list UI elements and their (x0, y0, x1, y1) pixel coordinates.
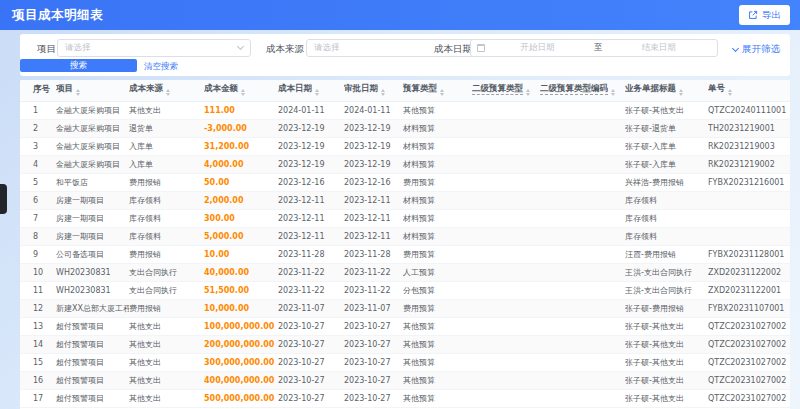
table-row[interactable]: 6房建一期项目库存领料2,000.002023-12-112023-12-11材… (20, 191, 790, 209)
table-cell: 2023-10-27 (344, 335, 403, 353)
table-cell (472, 173, 540, 191)
sort-icon[interactable] (679, 87, 683, 98)
column-header-2[interactable]: 成本来源 (129, 80, 204, 101)
table-cell: 5 (20, 173, 56, 191)
project-filter-label: 项目 (37, 43, 56, 56)
column-header-label: 成本日期 (278, 83, 312, 93)
clear-search-button[interactable]: 清空搜索 (144, 61, 178, 73)
table-cell: FYBX20231216001 (708, 173, 790, 191)
table-cell: 2023-11-22 (344, 281, 403, 299)
table-row[interactable]: 2金融大厦采购项目退货单-3,000.002023-12-192023-12-1… (20, 119, 790, 137)
table-cell: 张子硕-其他支出 (625, 389, 708, 407)
table-cell: 材料预算 (403, 227, 472, 245)
table-cell: ZXD20231122002 (708, 263, 790, 281)
sort-icon[interactable] (381, 87, 385, 98)
sort-icon[interactable] (315, 87, 319, 98)
search-button[interactable]: 搜索 (20, 59, 137, 72)
table-cell: 其他支出 (129, 101, 204, 119)
table-row[interactable]: 15超付预警项目其他支出300,000,000.002023-10-272023… (20, 353, 790, 371)
table-cell: 支出合同执行 (129, 263, 204, 281)
sort-icon[interactable] (241, 87, 245, 98)
table-row[interactable]: 12新建XX总部大厦工程二期费用报销10,000.002023-11-07202… (20, 299, 790, 317)
table-cell (472, 371, 540, 389)
table-cell: 2023-10-27 (278, 317, 344, 335)
table-cell: 张子硕-其他支出 (625, 371, 708, 389)
cost-amount-cell: -3,000.00 (204, 119, 278, 137)
drawer-handle[interactable] (0, 184, 7, 214)
table-cell: 库存领料 (625, 209, 708, 227)
table-row[interactable]: 10WH20230831支出合同执行40,000.002023-11-22202… (20, 263, 790, 281)
table-cell: 2023-12-11 (344, 227, 403, 245)
sort-icon[interactable] (166, 87, 170, 98)
cost-date-range-input[interactable]: 开始日期 至 结束日期 (470, 39, 718, 57)
table-cell: 2023-12-16 (278, 173, 344, 191)
column-header-5[interactable]: 审批日期 (344, 80, 403, 101)
table-row[interactable]: 1金融大厦采购项目其他支出111.002024-01-112024-01-11其… (20, 101, 790, 119)
table-cell: 2023-12-11 (278, 209, 344, 227)
table-cell (708, 227, 790, 245)
table-cell (540, 335, 625, 353)
cost-amount-cell: 5,000.00 (204, 227, 278, 245)
table-cell: 2023-11-28 (344, 245, 403, 263)
sort-icon[interactable] (611, 87, 615, 98)
column-header-3[interactable]: 成本金额 (204, 80, 278, 101)
cost-source-filter-label: 成本来源 (266, 43, 304, 56)
table-cell (540, 191, 625, 209)
table-cell: 2023-11-22 (278, 263, 344, 281)
calendar-icon (477, 44, 485, 52)
column-header-0[interactable]: 序号 (20, 80, 56, 101)
column-header-9[interactable]: 业务单据标题 (625, 80, 708, 101)
table-row[interactable]: 14超付预警项目其他支出200,000,000.002023-10-272023… (20, 335, 790, 353)
cost-amount-cell: 4,000.00 (204, 155, 278, 173)
sort-icon[interactable] (526, 87, 530, 98)
table-cell: 2 (20, 119, 56, 137)
column-header-7[interactable]: 二级预算类型 (472, 80, 540, 101)
table-cell: 房建一期项目 (56, 209, 129, 227)
table-cell: 2023-12-11 (344, 191, 403, 209)
table-header-row: 序号项目成本来源成本金额成本日期审批日期预算类型二级预算类型二级预算类型编码业务… (20, 80, 790, 101)
table-row[interactable]: 4金融大厦采购项目入库单4,000.002023-12-192023-12-19… (20, 155, 790, 173)
cost-amount-cell: 51,500.00 (204, 281, 278, 299)
table-row[interactable]: 16超付预警项目其他支出400,000,000.002023-10-272023… (20, 371, 790, 389)
table-row[interactable]: 17超付预警项目其他支出500,000,000.002023-10-272023… (20, 389, 790, 407)
table-row[interactable]: 3金融大厦采购项目入库单31,200.002023-12-192023-12-1… (20, 137, 790, 155)
cost-amount-cell: 50.00 (204, 173, 278, 191)
table-cell: 2023-12-11 (278, 227, 344, 245)
table-cell (540, 263, 625, 281)
column-header-10[interactable]: 单号 (708, 80, 790, 101)
table-cell: 金融大厦采购项目 (56, 119, 129, 137)
sort-icon[interactable] (440, 87, 444, 98)
table-cell: 其他支出 (129, 371, 204, 389)
table-row[interactable]: 5和平饭店费用报销50.002023-12-162023-12-16费用预算兴祥… (20, 173, 790, 191)
table-cell: 2023-10-27 (344, 317, 403, 335)
table-cell: 2023-12-11 (344, 209, 403, 227)
export-button[interactable]: 导出 (739, 5, 790, 25)
table-row[interactable]: 7房建一期项目库存领料300.002023-12-112023-12-11材料预… (20, 209, 790, 227)
table-cell: 房建一期项目 (56, 227, 129, 245)
expand-filters-link[interactable]: 展开筛选 (733, 43, 780, 56)
column-header-6[interactable]: 预算类型 (403, 80, 472, 101)
column-header-8[interactable]: 二级预算类型编码 (540, 80, 625, 101)
column-header-1[interactable]: 项目 (56, 80, 129, 101)
column-header-4[interactable]: 成本日期 (278, 80, 344, 101)
table-cell: 2023-12-19 (344, 119, 403, 137)
sort-icon[interactable] (728, 87, 732, 98)
table-row[interactable]: 9公司备选项目费用报销10.002023-11-282023-11-28费用预算… (20, 245, 790, 263)
table-cell: FYBX20231128001 (708, 245, 790, 263)
table-cell: 库存领料 (129, 209, 204, 227)
cost-amount-cell: 300.00 (204, 209, 278, 227)
table-cell: 其他预算 (403, 371, 472, 389)
table-cell: 12 (20, 299, 56, 317)
table-cell: 房建一期项目 (56, 191, 129, 209)
project-select[interactable]: 请选择 (57, 39, 251, 57)
table-row[interactable]: 13超付预警项目其他支出100,000,000.002023-10-272023… (20, 317, 790, 335)
table-cell: 13 (20, 317, 56, 335)
table-cell: 退货单 (129, 119, 204, 137)
table-row[interactable]: 11WH20230831支出合同执行51,500.002023-11-22202… (20, 281, 790, 299)
table-cell: 其他预算 (403, 335, 472, 353)
cost-amount-cell: 500,000,000.00 (204, 389, 278, 407)
filter-panel: 项目 请选择 成本来源 请选择 成本日期 开始日期 至 结束日期 展开筛选 搜索… (20, 34, 790, 76)
table-cell: 其他支出 (129, 353, 204, 371)
table-row[interactable]: 8房建一期项目库存领料5,000.002023-12-112023-12-11材… (20, 227, 790, 245)
sort-icon[interactable] (76, 87, 80, 98)
